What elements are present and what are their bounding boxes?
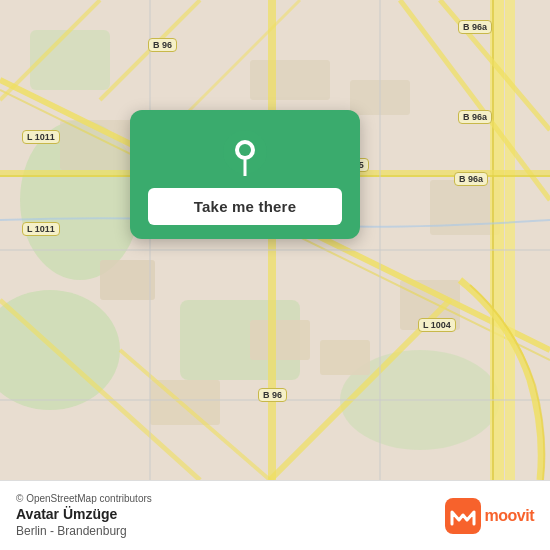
road-badge-l1004: L 1004 xyxy=(418,318,456,332)
svg-rect-18 xyxy=(492,0,494,480)
svg-point-37 xyxy=(239,144,251,156)
road-badge-b96a-lower-right: B 96a xyxy=(454,172,488,186)
svg-rect-9 xyxy=(100,260,155,300)
map-background xyxy=(0,0,550,480)
moovit-logo: moovit xyxy=(445,498,534,534)
take-me-there-button[interactable]: Take me there xyxy=(148,188,342,225)
svg-rect-13 xyxy=(250,60,330,100)
svg-rect-12 xyxy=(430,180,500,235)
popup-card: Take me there xyxy=(130,110,360,239)
road-badge-b96a-top-right: B 96a xyxy=(458,20,492,34)
svg-rect-24 xyxy=(268,0,276,480)
moovit-icon xyxy=(445,498,481,534)
map-container: B 96 B 96a B 96a B 96a B 96 L 1011 L 101… xyxy=(0,0,550,480)
svg-rect-7 xyxy=(320,340,370,375)
svg-rect-19 xyxy=(505,0,515,480)
bottom-bar: © OpenStreetMap contributors Avatar Ümzü… xyxy=(0,480,550,550)
osm-credit: © OpenStreetMap contributors xyxy=(16,493,152,504)
svg-rect-6 xyxy=(250,320,310,360)
location-subtitle: Berlin - Brandenburg xyxy=(16,524,152,538)
road-badge-l1011-bottom: L 1011 xyxy=(22,222,60,236)
road-badge-b96-lower: B 96 xyxy=(258,388,287,402)
location-title: Avatar Ümzüge xyxy=(16,506,152,522)
road-badge-b96-top: B 96 xyxy=(148,38,177,52)
road-badge-l1011-top: L 1011 xyxy=(22,130,60,144)
road-badge-b96a-mid-right: B 96a xyxy=(458,110,492,124)
moovit-text: moovit xyxy=(485,507,534,525)
location-pin-icon xyxy=(221,128,269,176)
bottom-left-info: © OpenStreetMap contributors Avatar Ümzü… xyxy=(16,493,152,538)
